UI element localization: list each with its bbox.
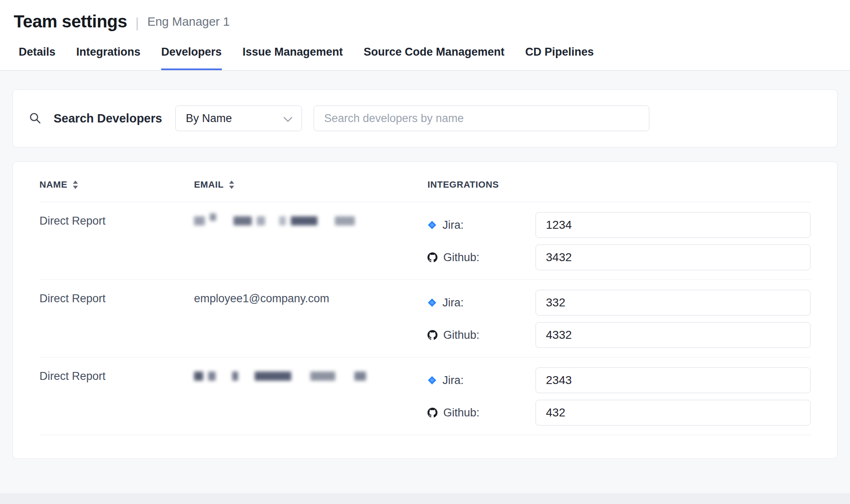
team-name-subtitle: Eng Manager 1: [147, 15, 230, 29]
jira-icon: [427, 376, 437, 385]
jira-label: Jira:: [442, 296, 464, 309]
github-label: Github:: [443, 251, 479, 264]
developer-name: Direct Report: [39, 290, 194, 305]
github-id-input[interactable]: [536, 245, 811, 270]
developer-email: employee1@company.com: [194, 290, 427, 305]
github-integration-row: Github:: [427, 245, 811, 270]
github-integration-row: Github:: [427, 400, 811, 426]
github-label: Github:: [443, 329, 479, 342]
search-filter-selected-value: By Name: [186, 112, 232, 125]
chevron-down-icon: [283, 113, 292, 125]
jira-label-group: Jira:: [427, 374, 536, 387]
column-header-integrations: INTEGRATIONS: [427, 179, 811, 190]
developer-email-redacted: [194, 367, 427, 381]
developer-email-redacted: [194, 212, 427, 225]
github-label-group: Github:: [427, 251, 536, 264]
jira-integration-row: Jira:: [427, 212, 811, 238]
search-developers-label: Search Developers: [54, 112, 162, 125]
app-header: Team settings | Eng Manager 1 Details In…: [0, 0, 850, 71]
github-integration-row: Github:: [427, 322, 811, 348]
github-label-group: Github:: [427, 406, 536, 419]
integrations-cell: Jira: Github:: [427, 212, 811, 270]
github-label: Github:: [443, 406, 479, 419]
developer-name: Direct Report: [39, 212, 194, 228]
tab-issue-management[interactable]: Issue Management: [243, 46, 343, 70]
sort-icon-email[interactable]: [228, 180, 235, 189]
jira-id-input[interactable]: [536, 367, 811, 393]
github-icon: [427, 408, 437, 418]
jira-icon: [427, 220, 437, 230]
table-row: Direct Report: [39, 357, 811, 435]
table-row: Direct Report: [39, 202, 811, 280]
column-header-email: EMAIL: [194, 179, 427, 190]
title-separator: |: [135, 15, 139, 31]
integrations-column-label: INTEGRATIONS: [427, 179, 499, 190]
table-header-row: NAME EMAIL INTEGRATIONS: [39, 179, 811, 202]
jira-id-input[interactable]: [536, 212, 811, 238]
jira-integration-row: Jira:: [427, 367, 811, 393]
developers-table-card: NAME EMAIL INTEGRATIONS: [12, 161, 838, 459]
tab-cd-pipelines[interactable]: CD Pipelines: [525, 46, 594, 70]
tab-integrations[interactable]: Integrations: [76, 46, 141, 70]
search-filter-dropdown[interactable]: By Name: [175, 105, 302, 131]
email-column-label: EMAIL: [194, 179, 224, 190]
redacted-email-blocks: [194, 216, 427, 225]
integrations-cell: Jira: Github:: [427, 290, 811, 348]
search-developers-input[interactable]: [314, 105, 649, 131]
tab-developers[interactable]: Developers: [161, 46, 222, 70]
tab-details[interactable]: Details: [19, 46, 56, 70]
page-footer-strip: [0, 493, 850, 504]
tab-source-code-management[interactable]: Source Code Management: [364, 46, 504, 70]
developer-name: Direct Report: [39, 367, 194, 383]
tab-bar: Details Integrations Developers Issue Ma…: [0, 46, 850, 70]
jira-label-group: Jira:: [427, 296, 536, 309]
integrations-cell: Jira: Github:: [427, 367, 811, 426]
table-row: Direct Report employee1@company.com Jira…: [39, 280, 811, 357]
github-icon: [427, 252, 437, 262]
search-icon: [29, 112, 42, 125]
page-title: Team settings: [14, 12, 127, 32]
main-content: Search Developers By Name NAME: [0, 71, 850, 459]
title-row: Team settings | Eng Manager 1: [0, 12, 850, 32]
search-developers-card: Search Developers By Name: [12, 89, 838, 147]
github-label-group: Github:: [427, 329, 536, 342]
github-icon: [427, 330, 437, 340]
redacted-email-blocks: [194, 372, 427, 381]
github-id-input[interactable]: [536, 322, 811, 348]
jira-integration-row: Jira:: [427, 290, 811, 316]
jira-icon: [427, 298, 437, 307]
jira-label: Jira:: [442, 219, 464, 232]
name-column-label: NAME: [39, 179, 67, 190]
jira-label: Jira:: [442, 374, 464, 387]
github-id-input[interactable]: [536, 400, 811, 426]
column-header-name: NAME: [39, 179, 194, 190]
jira-label-group: Jira:: [427, 219, 536, 232]
sort-icon-name[interactable]: [72, 180, 79, 189]
jira-id-input[interactable]: [536, 290, 811, 316]
